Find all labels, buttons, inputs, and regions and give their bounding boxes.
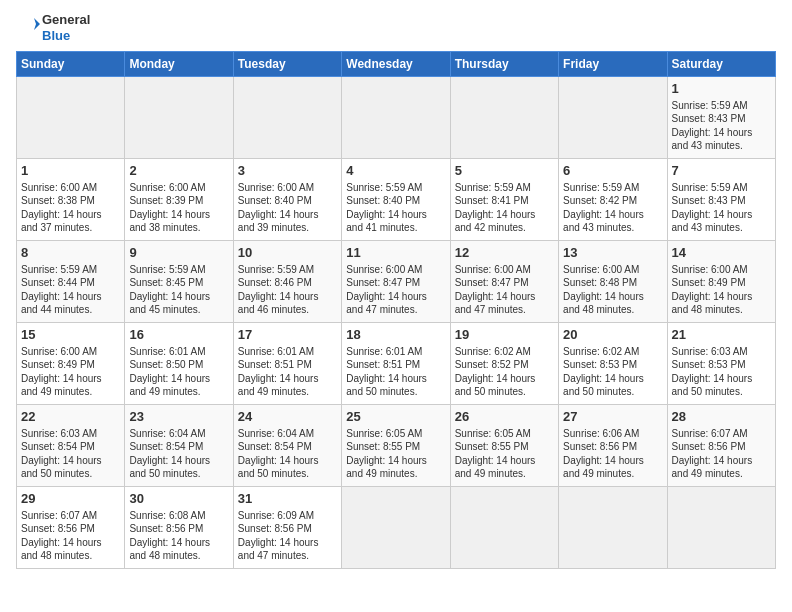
header-row: SundayMondayTuesdayWednesdayThursdayFrid… [17, 52, 776, 77]
sunset: Sunset: 8:55 PM [346, 441, 420, 452]
sunrise: Sunrise: 6:09 AM [238, 510, 314, 521]
day-cell: 13Sunrise: 6:00 AMSunset: 8:48 PMDayligh… [559, 241, 667, 323]
day-cell: 15Sunrise: 6:00 AMSunset: 8:49 PMDayligh… [17, 323, 125, 405]
day-cell [342, 487, 450, 569]
sunset: Sunset: 8:49 PM [672, 277, 746, 288]
day-number: 12 [455, 244, 554, 262]
day-cell: 30Sunrise: 6:08 AMSunset: 8:56 PMDayligh… [125, 487, 233, 569]
sunrise: Sunrise: 6:07 AM [21, 510, 97, 521]
daylight: Daylight: 14 hours and 50 minutes. [346, 373, 427, 398]
week-row-3: 8Sunrise: 5:59 AMSunset: 8:44 PMDaylight… [17, 241, 776, 323]
daylight: Daylight: 14 hours and 41 minutes. [346, 209, 427, 234]
sunset: Sunset: 8:52 PM [455, 359, 529, 370]
day-cell: 4Sunrise: 5:59 AMSunset: 8:40 PMDaylight… [342, 159, 450, 241]
day-cell [450, 77, 558, 159]
col-header-wednesday: Wednesday [342, 52, 450, 77]
day-number: 4 [346, 162, 445, 180]
day-cell [667, 487, 775, 569]
day-cell: 1Sunrise: 6:00 AMSunset: 8:38 PMDaylight… [17, 159, 125, 241]
sunset: Sunset: 8:41 PM [455, 195, 529, 206]
sunset: Sunset: 8:43 PM [672, 113, 746, 124]
sunrise: Sunrise: 6:00 AM [129, 182, 205, 193]
sunset: Sunset: 8:46 PM [238, 277, 312, 288]
sunset: Sunset: 8:49 PM [21, 359, 95, 370]
daylight: Daylight: 14 hours and 49 minutes. [563, 455, 644, 480]
day-cell: 21Sunrise: 6:03 AMSunset: 8:53 PMDayligh… [667, 323, 775, 405]
col-header-tuesday: Tuesday [233, 52, 341, 77]
sunrise: Sunrise: 6:05 AM [346, 428, 422, 439]
col-header-friday: Friday [559, 52, 667, 77]
day-cell: 10Sunrise: 5:59 AMSunset: 8:46 PMDayligh… [233, 241, 341, 323]
day-number: 25 [346, 408, 445, 426]
day-cell: 1Sunrise: 5:59 AMSunset: 8:43 PMDaylight… [667, 77, 775, 159]
week-row-2: 1Sunrise: 6:00 AMSunset: 8:38 PMDaylight… [17, 159, 776, 241]
day-cell: 6Sunrise: 5:59 AMSunset: 8:42 PMDaylight… [559, 159, 667, 241]
week-row-5: 22Sunrise: 6:03 AMSunset: 8:54 PMDayligh… [17, 405, 776, 487]
sunset: Sunset: 8:56 PM [672, 441, 746, 452]
sunset: Sunset: 8:51 PM [346, 359, 420, 370]
day-cell: 24Sunrise: 6:04 AMSunset: 8:54 PMDayligh… [233, 405, 341, 487]
sunrise: Sunrise: 6:03 AM [21, 428, 97, 439]
sunset: Sunset: 8:53 PM [672, 359, 746, 370]
day-number: 5 [455, 162, 554, 180]
day-cell: 31Sunrise: 6:09 AMSunset: 8:56 PMDayligh… [233, 487, 341, 569]
daylight: Daylight: 14 hours and 45 minutes. [129, 291, 210, 316]
sunset: Sunset: 8:54 PM [21, 441, 95, 452]
daylight: Daylight: 14 hours and 48 minutes. [563, 291, 644, 316]
sunrise: Sunrise: 5:59 AM [346, 182, 422, 193]
daylight: Daylight: 14 hours and 49 minutes. [346, 455, 427, 480]
sunset: Sunset: 8:54 PM [129, 441, 203, 452]
col-header-saturday: Saturday [667, 52, 775, 77]
day-cell: 14Sunrise: 6:00 AMSunset: 8:49 PMDayligh… [667, 241, 775, 323]
day-number: 1 [21, 162, 120, 180]
day-cell: 16Sunrise: 6:01 AMSunset: 8:50 PMDayligh… [125, 323, 233, 405]
day-number: 7 [672, 162, 771, 180]
day-number: 23 [129, 408, 228, 426]
day-number: 11 [346, 244, 445, 262]
day-cell: 12Sunrise: 6:00 AMSunset: 8:47 PMDayligh… [450, 241, 558, 323]
daylight: Daylight: 14 hours and 50 minutes. [455, 373, 536, 398]
sunrise: Sunrise: 6:00 AM [455, 264, 531, 275]
day-number: 18 [346, 326, 445, 344]
day-number: 28 [672, 408, 771, 426]
logo-line2: Blue [42, 28, 90, 44]
day-number: 26 [455, 408, 554, 426]
sunrise: Sunrise: 6:00 AM [21, 182, 97, 193]
day-cell [450, 487, 558, 569]
day-cell: 23Sunrise: 6:04 AMSunset: 8:54 PMDayligh… [125, 405, 233, 487]
daylight: Daylight: 14 hours and 42 minutes. [455, 209, 536, 234]
daylight: Daylight: 14 hours and 43 minutes. [672, 209, 753, 234]
sunset: Sunset: 8:44 PM [21, 277, 95, 288]
day-cell: 8Sunrise: 5:59 AMSunset: 8:44 PMDaylight… [17, 241, 125, 323]
daylight: Daylight: 14 hours and 49 minutes. [129, 373, 210, 398]
daylight: Daylight: 14 hours and 50 minutes. [563, 373, 644, 398]
sunset: Sunset: 8:40 PM [238, 195, 312, 206]
sunset: Sunset: 8:56 PM [129, 523, 203, 534]
day-number: 27 [563, 408, 662, 426]
sunrise: Sunrise: 6:00 AM [672, 264, 748, 275]
sunset: Sunset: 8:45 PM [129, 277, 203, 288]
daylight: Daylight: 14 hours and 44 minutes. [21, 291, 102, 316]
sunset: Sunset: 8:48 PM [563, 277, 637, 288]
day-cell [559, 77, 667, 159]
sunrise: Sunrise: 5:59 AM [455, 182, 531, 193]
daylight: Daylight: 14 hours and 37 minutes. [21, 209, 102, 234]
day-cell: 9Sunrise: 5:59 AMSunset: 8:45 PMDaylight… [125, 241, 233, 323]
sunset: Sunset: 8:56 PM [21, 523, 95, 534]
day-cell [125, 77, 233, 159]
daylight: Daylight: 14 hours and 48 minutes. [672, 291, 753, 316]
daylight: Daylight: 14 hours and 49 minutes. [672, 455, 753, 480]
sunset: Sunset: 8:47 PM [346, 277, 420, 288]
day-number: 10 [238, 244, 337, 262]
day-cell [342, 77, 450, 159]
day-number: 17 [238, 326, 337, 344]
sunrise: Sunrise: 5:59 AM [672, 182, 748, 193]
daylight: Daylight: 14 hours and 50 minutes. [238, 455, 319, 480]
sunset: Sunset: 8:39 PM [129, 195, 203, 206]
day-cell: 19Sunrise: 6:02 AMSunset: 8:52 PMDayligh… [450, 323, 558, 405]
logo-line1: General [42, 12, 90, 28]
day-cell [233, 77, 341, 159]
day-cell: 29Sunrise: 6:07 AMSunset: 8:56 PMDayligh… [17, 487, 125, 569]
sunrise: Sunrise: 6:00 AM [238, 182, 314, 193]
sunset: Sunset: 8:40 PM [346, 195, 420, 206]
